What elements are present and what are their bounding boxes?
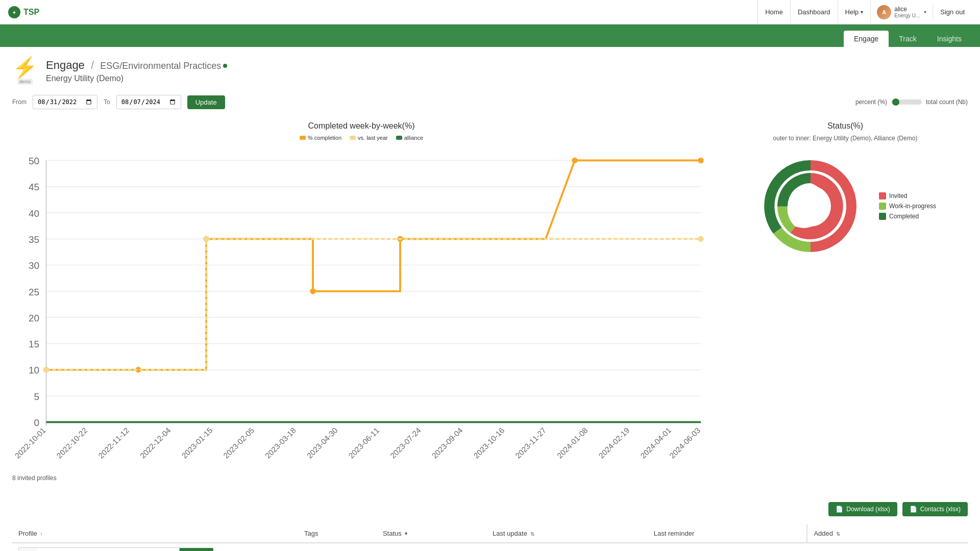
download-xlsx-button[interactable]: 📄 Download (xlsx) bbox=[828, 502, 897, 516]
donut-legend-invited: Invited bbox=[879, 192, 936, 199]
donut-svg bbox=[754, 150, 867, 262]
invited-label: 8 invited profiles bbox=[12, 474, 710, 482]
avatar: A bbox=[877, 5, 891, 19]
svg-text:40: 40 bbox=[29, 208, 39, 219]
donut-legend-wip: Work-in-progress bbox=[879, 203, 936, 210]
lastupdate-sort-icon[interactable]: ⇅ bbox=[530, 531, 534, 537]
legend-completion: % completion bbox=[300, 135, 341, 141]
donut-chart-visual: Invited Work-in-progress Completed bbox=[723, 150, 968, 262]
svg-point-31 bbox=[698, 158, 703, 163]
svg-text:5: 5 bbox=[34, 391, 40, 402]
brand-name: TSP bbox=[23, 8, 39, 17]
search-input[interactable] bbox=[37, 547, 180, 551]
svg-text:2022-11-12: 2022-11-12 bbox=[96, 426, 131, 460]
top-nav-links: Home Dashboard Help ▾ bbox=[757, 0, 871, 24]
legend-label-lastyear: vs. last year bbox=[358, 135, 388, 141]
profiles-table: Profile ↑ Tags Status ▾ Last update ⇅ La… bbox=[12, 524, 968, 551]
lastyear-line bbox=[46, 239, 701, 370]
contacts-icon: 📄 bbox=[910, 506, 917, 513]
svg-text:2023-04-30: 2023-04-30 bbox=[305, 426, 339, 460]
update-button[interactable]: Update bbox=[187, 95, 225, 109]
donut-legend: Invited Work-in-progress Completed bbox=[879, 192, 936, 220]
main-content: ⚡ demo Engage / ESG/Environmental Practi… bbox=[0, 47, 980, 551]
added-sort-icon[interactable]: ⇅ bbox=[836, 531, 840, 537]
svg-text:2022-10-01: 2022-10-01 bbox=[13, 426, 47, 460]
svg-text:0: 0 bbox=[34, 417, 40, 428]
legend-dot-completion bbox=[300, 136, 306, 140]
nav-user: A alice Energy U... ▾ bbox=[871, 5, 933, 19]
donut-subtitle: outer to inner: Energy Utility (Demo), A… bbox=[723, 135, 968, 142]
legend-label-alliance: alliance bbox=[404, 135, 423, 141]
svg-point-30 bbox=[572, 158, 577, 163]
status-dropdown-icon[interactable]: ▾ bbox=[405, 531, 407, 536]
toggle-count-label: total count (Nb) bbox=[926, 98, 968, 106]
toggle-percent-label: percent (%) bbox=[855, 98, 887, 106]
svg-text:2022-10-22: 2022-10-22 bbox=[55, 426, 89, 460]
donut-chart-title: Status(%) bbox=[723, 121, 968, 131]
col-status: Status ▾ bbox=[377, 524, 486, 543]
toggle-slider[interactable] bbox=[891, 99, 922, 105]
legend-alliance: alliance bbox=[396, 135, 423, 141]
page-header: ⚡ demo Engage / ESG/Environmental Practi… bbox=[12, 57, 968, 85]
toggle-thumb bbox=[892, 98, 899, 106]
line-chart-section: Completed week-by-week(%) % completion v… bbox=[12, 121, 710, 490]
tab-engage[interactable]: Engage bbox=[844, 31, 889, 47]
to-label: To bbox=[104, 98, 110, 106]
legend-dot-lastyear bbox=[350, 136, 356, 140]
legend-text-completed: Completed bbox=[889, 213, 919, 220]
col-last-update: Last update ⇅ bbox=[486, 524, 648, 543]
from-date-input[interactable] bbox=[33, 95, 97, 109]
to-date-input[interactable] bbox=[116, 95, 181, 109]
svg-text:2023-01-15: 2023-01-15 bbox=[180, 426, 214, 460]
svg-text:15: 15 bbox=[29, 339, 39, 349]
legend-label-completion: % completion bbox=[308, 135, 341, 141]
line-chart-legend: % completion vs. last year alliance bbox=[12, 135, 710, 141]
line-chart-title: Completed week-by-week(%) bbox=[12, 121, 710, 131]
date-controls: From To Update percent (%) total count (… bbox=[12, 95, 968, 109]
svg-text:2023-11-27: 2023-11-27 bbox=[513, 426, 548, 460]
signout-link[interactable]: Sign out bbox=[933, 0, 972, 24]
contacts-xlsx-button[interactable]: 📄 Contacts (xlsx) bbox=[902, 502, 968, 516]
tab-track[interactable]: Track bbox=[889, 31, 926, 47]
legend-text-invited: Invited bbox=[889, 192, 907, 199]
svg-text:2024-04-01: 2024-04-01 bbox=[639, 426, 673, 460]
svg-text:2023-07-24: 2023-07-24 bbox=[388, 426, 423, 460]
svg-point-34 bbox=[698, 236, 703, 242]
page-subtitle: Energy Utility (Demo) bbox=[46, 74, 227, 83]
svg-text:20: 20 bbox=[29, 313, 39, 323]
page-title-block: Engage / ESG/Environmental Practices Ene… bbox=[46, 59, 227, 83]
search-button[interactable]: Search bbox=[180, 548, 213, 551]
lightning-icon: ⚡ bbox=[12, 57, 38, 78]
table-header-row: Profile ↑ Tags Status ▾ Last update ⇅ La… bbox=[12, 524, 968, 543]
top-nav: ✦ TSP Home Dashboard Help ▾ A alice Ener… bbox=[0, 0, 980, 24]
svg-text:50: 50 bbox=[29, 156, 39, 166]
svg-point-32 bbox=[43, 367, 49, 372]
col-last-reminder: Last reminder bbox=[648, 524, 807, 543]
tab-insights[interactable]: Insights bbox=[927, 31, 972, 47]
nav-dashboard[interactable]: Dashboard bbox=[791, 0, 838, 24]
legend-color-invited bbox=[879, 192, 886, 199]
download-icon: 📄 bbox=[836, 506, 843, 513]
svg-text:2023-03-18: 2023-03-18 bbox=[263, 426, 298, 460]
profile-sort-icon[interactable]: ↑ bbox=[40, 531, 42, 537]
status-dot bbox=[223, 64, 227, 68]
search-row: 🔍 Search bbox=[12, 543, 968, 551]
sub-nav: Engage Track Insights bbox=[0, 24, 980, 47]
download-row: 📄 Download (xlsx) 📄 Contacts (xlsx) bbox=[12, 502, 968, 516]
svg-text:45: 45 bbox=[29, 182, 39, 192]
legend-color-completed bbox=[879, 213, 886, 220]
page-title: Engage / ESG/Environmental Practices bbox=[46, 59, 227, 72]
svg-text:2024-02-19: 2024-02-19 bbox=[597, 426, 631, 460]
nav-home[interactable]: Home bbox=[757, 0, 791, 24]
svg-text:2023-10-16: 2023-10-16 bbox=[472, 426, 506, 460]
from-label: From bbox=[12, 98, 27, 106]
svg-text:25: 25 bbox=[29, 287, 39, 297]
svg-text:2023-06-11: 2023-06-11 bbox=[347, 426, 381, 460]
legend-lastyear: vs. last year bbox=[350, 135, 388, 141]
col-added: Added ⇅ bbox=[807, 524, 968, 543]
legend-dot-alliance bbox=[396, 136, 402, 140]
svg-text:2023-09-04: 2023-09-04 bbox=[430, 426, 464, 460]
svg-text:2022-12-04: 2022-12-04 bbox=[138, 426, 173, 460]
nav-help[interactable]: Help ▾ bbox=[838, 0, 871, 24]
svg-text:30: 30 bbox=[29, 260, 39, 271]
